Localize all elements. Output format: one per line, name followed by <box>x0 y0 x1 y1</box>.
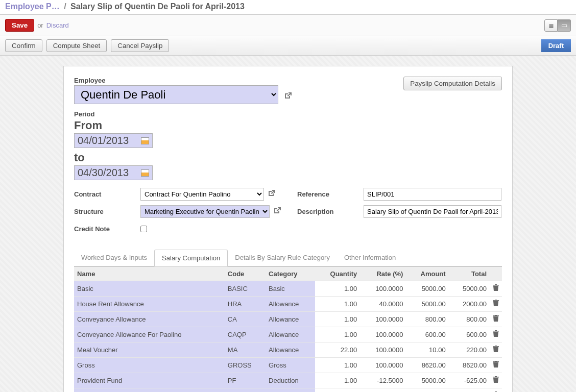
cell-name: Provident Fund <box>74 373 225 388</box>
cell-quantity: 1.00 <box>315 358 360 373</box>
cell-code: CA <box>225 312 266 327</box>
calendar-icon[interactable] <box>141 137 149 144</box>
breadcrumb-parent[interactable]: Employee P… <box>5 2 60 11</box>
structure-label: Structure <box>74 208 140 215</box>
open-external-icon[interactable] <box>273 207 281 216</box>
list-icon: ≣ <box>548 21 554 29</box>
payslip-computation-details-button[interactable]: Payslip Computation Details <box>403 77 502 90</box>
table-row[interactable]: House Rent AllowanceHRAAllowance1.0040.0… <box>74 297 502 312</box>
compute-sheet-button[interactable]: Compute Sheet <box>46 39 107 52</box>
cell-amount: 600.00 <box>406 327 448 342</box>
cell-total: 600.00 <box>449 327 490 342</box>
calendar-icon[interactable] <box>141 169 149 177</box>
reference-label: Reference <box>297 190 364 198</box>
confirm-button[interactable]: Confirm <box>5 39 42 52</box>
date-to-value: 04/30/2013 <box>78 167 129 179</box>
content-area: Employee Quentin De Paoli Period From 04… <box>0 56 576 392</box>
cell-rate: 100.0000 <box>360 342 406 358</box>
cell-code: PT <box>225 388 266 393</box>
to-label: to <box>74 151 403 164</box>
delete-row-icon[interactable] <box>490 281 502 297</box>
cell-name: Professional Tax <box>74 388 225 393</box>
cell-quantity: 1.00 <box>315 373 360 388</box>
open-external-icon[interactable] <box>283 92 292 101</box>
cell-category: Allowance <box>266 327 315 342</box>
delete-row-icon[interactable] <box>490 312 502 327</box>
tab-worked-days[interactable]: Worked Days & Inputs <box>74 250 154 266</box>
form-icon: ▭ <box>561 21 567 29</box>
cell-quantity: 1.00 <box>315 297 360 312</box>
col-total[interactable]: Total <box>449 267 490 281</box>
cell-total: 220.00 <box>449 342 490 358</box>
col-code[interactable]: Code <box>225 267 266 281</box>
tab-other-info[interactable]: Other Information <box>337 250 403 266</box>
description-label: Description <box>297 208 364 215</box>
cell-category: Gross <box>266 358 315 373</box>
date-from-input[interactable]: 04/01/2013 <box>74 133 153 148</box>
cell-quantity: 1.00 <box>315 388 360 393</box>
employee-select[interactable]: Quentin De Paoli <box>74 85 278 104</box>
form-card: Employee Quentin De Paoli Period From 04… <box>63 66 513 392</box>
delete-row-icon[interactable] <box>490 297 502 312</box>
cell-total: -200.00 <box>449 388 490 393</box>
table-row[interactable]: Conveyance AllowanceCAAllowance1.00100.0… <box>74 312 502 327</box>
cell-name: Basic <box>74 281 225 297</box>
cell-rate: 100.0000 <box>360 281 406 297</box>
tab-salary-computation[interactable]: Salary Computation <box>154 250 228 266</box>
tabs: Worked Days & Inputs Salary Computation … <box>74 250 502 266</box>
reference-input[interactable] <box>364 188 501 201</box>
date-to-input[interactable]: 04/30/2013 <box>74 165 153 180</box>
col-quantity[interactable]: Quantity <box>315 267 360 281</box>
table-row[interactable]: Provident FundPFDeduction1.00-12.5000500… <box>74 373 502 388</box>
cell-rate: 40.0000 <box>360 297 406 312</box>
col-rate[interactable]: Rate (%) <box>360 267 406 281</box>
delete-row-icon[interactable] <box>490 388 502 393</box>
col-amount[interactable]: Amount <box>406 267 448 281</box>
or-text: or <box>37 21 43 29</box>
delete-row-icon[interactable] <box>490 373 502 388</box>
contract-select[interactable]: Contract For Quentin Paolino <box>140 188 264 201</box>
cell-code: GROSS <box>225 358 266 373</box>
delete-row-icon[interactable] <box>490 342 502 358</box>
save-bar: Save or Discard ≣ ▭ <box>0 15 576 36</box>
table-row[interactable]: Conveyance Allowance For PaolinoCAQPAllo… <box>74 327 502 342</box>
delete-row-icon[interactable] <box>490 327 502 342</box>
discard-link[interactable]: Discard <box>46 21 69 29</box>
contract-label: Contract <box>74 190 140 198</box>
cell-category: Deduction <box>266 388 315 393</box>
table-row[interactable]: BasicBASICBasic1.00100.00005000.005000.0… <box>74 281 502 297</box>
cell-total: 800.00 <box>449 312 490 327</box>
form-view-button[interactable]: ▭ <box>558 19 571 32</box>
cell-amount: 5000.00 <box>406 281 448 297</box>
col-category[interactable]: Category <box>266 267 315 281</box>
structure-select[interactable]: Marketing Executive for Quentin Paolin <box>140 205 270 218</box>
breadcrumb: Employee P… / Salary Slip of Quentin De … <box>0 0 576 15</box>
cell-amount: 5000.00 <box>406 373 448 388</box>
save-button[interactable]: Save <box>5 19 34 32</box>
list-view-button[interactable]: ≣ <box>544 19 558 32</box>
credit-note-checkbox[interactable] <box>140 226 147 232</box>
cell-category: Basic <box>266 281 315 297</box>
table-row[interactable]: Meal VoucherMAAllowance22.00100.000010.0… <box>74 342 502 358</box>
description-input[interactable] <box>364 205 501 218</box>
cell-quantity: 1.00 <box>315 312 360 327</box>
tab-details-by-rule[interactable]: Details By Salary Rule Category <box>228 250 337 266</box>
page-title: Salary Slip of Quentin De Paoli for Apri… <box>70 2 245 11</box>
cell-category: Allowance <box>266 342 315 358</box>
col-name[interactable]: Name <box>74 267 225 281</box>
cell-code: MA <box>225 342 266 358</box>
delete-row-icon[interactable] <box>490 358 502 373</box>
cell-category: Allowance <box>266 312 315 327</box>
open-external-icon[interactable] <box>267 190 275 199</box>
table-row[interactable]: Professional TaxPTDeduction1.00100.0000-… <box>74 388 502 393</box>
cell-total: 5000.00 <box>449 281 490 297</box>
cell-rate: 100.0000 <box>360 358 406 373</box>
cell-total: 2000.00 <box>449 297 490 312</box>
table-row[interactable]: GrossGROSSGross1.00100.00008620.008620.0… <box>74 358 502 373</box>
cell-quantity: 1.00 <box>315 327 360 342</box>
cell-category: Deduction <box>266 373 315 388</box>
credit-note-label: Credit Note <box>74 225 140 233</box>
cell-name: House Rent Allowance <box>74 297 225 312</box>
cancel-payslip-button[interactable]: Cancel Payslip <box>111 39 169 52</box>
cell-code: CAQP <box>225 327 266 342</box>
